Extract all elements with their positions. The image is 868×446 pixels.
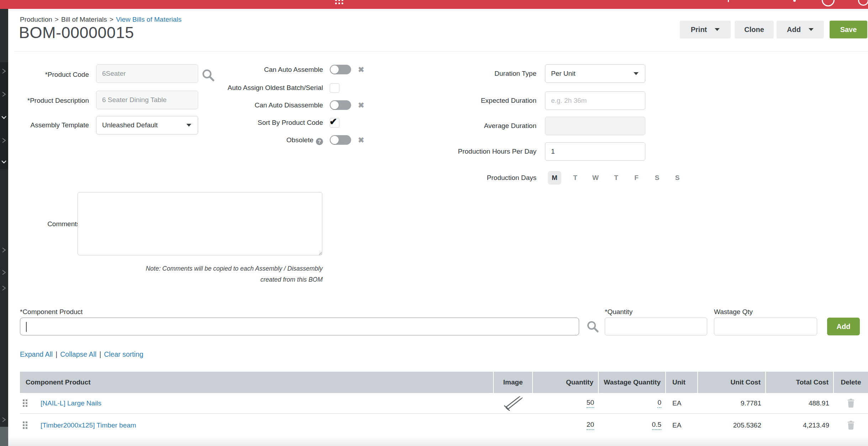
col-image[interactable]: Image bbox=[494, 372, 533, 393]
production-hours-field[interactable] bbox=[545, 142, 645, 161]
wastage-qty-input[interactable] bbox=[714, 318, 817, 335]
can-auto-disassemble-label: Can Auto Disassemble bbox=[199, 101, 323, 110]
sidebar-section bbox=[0, 9, 8, 62]
production-hours-label: Production Hours Per Day bbox=[409, 147, 536, 156]
assembly-template-select[interactable]: Unleashed Default bbox=[96, 116, 198, 134]
can-auto-disassemble-toggle[interactable] bbox=[330, 100, 351, 110]
col-unit-cost[interactable]: Unit Cost bbox=[698, 372, 766, 393]
chevron-right-icon[interactable] bbox=[1, 285, 7, 291]
day-saturday[interactable]: S bbox=[650, 171, 664, 185]
user-avatar-icon[interactable] bbox=[822, 0, 835, 6]
sidebar-footer bbox=[0, 427, 8, 446]
col-total-cost[interactable]: Total Cost bbox=[766, 372, 834, 393]
print-button[interactable]: Print bbox=[680, 21, 731, 38]
drag-handle-icon[interactable] bbox=[23, 399, 27, 407]
component-product-link[interactable]: [NAIL-L] Large Nails bbox=[41, 399, 101, 407]
obsolete-label: Obsolete? bbox=[199, 136, 323, 145]
expand-all-link[interactable]: Expand All bbox=[20, 350, 53, 358]
save-button[interactable]: Save bbox=[830, 21, 867, 38]
col-component-product[interactable]: Component Product bbox=[20, 372, 494, 393]
day-monday[interactable]: M bbox=[548, 171, 561, 185]
chevron-down-icon bbox=[634, 72, 639, 75]
clear-sorting-link[interactable]: Clear sorting bbox=[104, 350, 143, 358]
comments-note-line1: Note: Comments will be copied to each As… bbox=[128, 265, 323, 272]
chevron-right-icon[interactable] bbox=[1, 416, 7, 423]
notification-icon[interactable] bbox=[728, 0, 729, 2]
chevron-down-icon[interactable] bbox=[1, 159, 7, 165]
breadcrumb-production[interactable]: Production bbox=[20, 16, 52, 23]
can-auto-assemble-toggle[interactable] bbox=[330, 65, 351, 74]
delete-row-icon[interactable] bbox=[847, 420, 855, 430]
product-description-label: *Product Description bbox=[14, 96, 89, 105]
component-product-link[interactable]: [Timber2000x125] Timber beam bbox=[41, 421, 136, 429]
alert-dot-icon bbox=[793, 0, 796, 2]
clear-icon[interactable]: ✖ bbox=[357, 136, 365, 144]
checkmark-icon: ✔ bbox=[329, 116, 337, 127]
breadcrumb-view-bills-link[interactable]: View Bills of Materials bbox=[116, 16, 181, 23]
obsolete-toggle[interactable] bbox=[330, 135, 351, 145]
auto-assign-oldest-checkbox[interactable] bbox=[330, 83, 339, 93]
table-row: [Timber2000x125] Timber beam 20 0.5 EA 2… bbox=[20, 414, 868, 437]
product-image-nails[interactable] bbox=[502, 395, 525, 412]
duration-type-select[interactable]: Per Unit bbox=[545, 64, 645, 83]
top-nav-bar bbox=[0, 0, 868, 9]
add-component-button[interactable]: Add bbox=[827, 318, 860, 335]
unit-value: EA bbox=[666, 393, 698, 413]
day-sunday[interactable]: S bbox=[671, 171, 684, 185]
col-unit[interactable]: Unit bbox=[666, 372, 698, 393]
collapse-all-link[interactable]: Collapse All bbox=[60, 350, 96, 358]
day-wednesday[interactable]: W bbox=[589, 171, 602, 185]
bom-edit-page: Production>Bill of Materials>View Bills … bbox=[0, 0, 868, 446]
chevron-right-icon[interactable] bbox=[1, 91, 7, 97]
can-auto-assemble-label: Can Auto Assemble bbox=[199, 65, 323, 74]
clone-button[interactable]: Clone bbox=[735, 21, 774, 38]
collapsed-sidebar bbox=[0, 9, 8, 446]
component-product-input[interactable] bbox=[20, 318, 579, 335]
day-tuesday[interactable]: T bbox=[568, 171, 582, 185]
breadcrumb-bill-of-materials[interactable]: Bill of Materials bbox=[61, 16, 107, 23]
total-cost-value: 4,213.49 bbox=[766, 414, 834, 437]
chevron-right-icon[interactable] bbox=[1, 247, 7, 253]
product-code-field[interactable] bbox=[96, 64, 198, 83]
average-duration-label: Average Duration bbox=[409, 121, 536, 131]
apps-grid-icon[interactable] bbox=[335, 0, 343, 4]
average-duration-field bbox=[545, 117, 645, 135]
chevron-right-icon[interactable] bbox=[1, 269, 7, 276]
chevron-right-icon[interactable] bbox=[1, 68, 7, 74]
search-icon[interactable] bbox=[858, 0, 868, 6]
production-days-label: Production Days bbox=[409, 173, 536, 182]
drag-handle-icon[interactable] bbox=[23, 421, 27, 429]
header-divider bbox=[14, 51, 868, 52]
add-button[interactable]: Add bbox=[777, 21, 824, 38]
chevron-down-icon[interactable] bbox=[1, 114, 7, 121]
day-thursday[interactable]: T bbox=[609, 171, 623, 185]
quantity-label: *Quantity bbox=[605, 307, 633, 317]
quantity-value[interactable]: 50 bbox=[587, 399, 594, 408]
sort-by-product-code-checkbox[interactable]: ✔ bbox=[330, 118, 339, 128]
quantity-value[interactable]: 20 bbox=[587, 421, 594, 430]
components-table: Component Product Image Quantity Wastage… bbox=[20, 372, 868, 437]
help-icon[interactable]: ? bbox=[316, 138, 323, 145]
delete-row-icon[interactable] bbox=[847, 398, 855, 408]
table-row: [NAIL-L] Large Nails 50 0 EA 9.7781 488.… bbox=[20, 393, 868, 414]
col-wastage-quantity[interactable]: Wastage Quantity bbox=[599, 372, 666, 393]
expected-duration-label: Expected Duration bbox=[409, 96, 536, 105]
chevron-right-icon[interactable] bbox=[1, 137, 7, 144]
expected-duration-field[interactable] bbox=[545, 91, 645, 110]
chevron-down-icon bbox=[809, 28, 814, 31]
assembly-template-label: Assembly Template bbox=[14, 121, 89, 130]
col-quantity[interactable]: Quantity bbox=[533, 372, 599, 393]
chevron-down-icon bbox=[186, 124, 191, 127]
text-cursor bbox=[26, 322, 27, 332]
product-description-field[interactable] bbox=[96, 91, 198, 109]
quantity-input[interactable] bbox=[605, 318, 707, 335]
comments-textarea[interactable] bbox=[78, 192, 322, 255]
unit-cost-value: 205.5362 bbox=[698, 414, 766, 437]
component-search-icon[interactable] bbox=[586, 320, 599, 333]
day-friday[interactable]: F bbox=[630, 171, 643, 185]
wastage-quantity-value[interactable]: 0 bbox=[657, 399, 661, 408]
clear-icon[interactable]: ✖ bbox=[357, 101, 365, 110]
list-controls: Expand All|Collapse All|Clear sorting bbox=[20, 350, 143, 359]
clear-icon[interactable]: ✖ bbox=[357, 65, 365, 74]
wastage-quantity-value[interactable]: 0.5 bbox=[652, 421, 661, 430]
